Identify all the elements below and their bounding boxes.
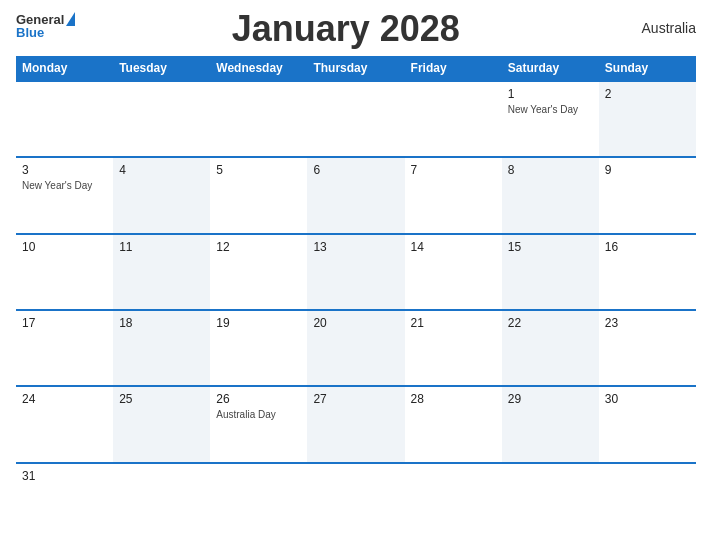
day-number: 15 <box>508 239 593 256</box>
cal-cell-r0-c2 <box>210 82 307 156</box>
day-number: 27 <box>313 391 398 408</box>
calendar-row-2: 10111213141516 <box>16 233 696 309</box>
cal-cell-r0-c3 <box>307 82 404 156</box>
cal-cell-r5-c6 <box>599 464 696 538</box>
day-number: 18 <box>119 315 204 332</box>
cal-cell-r5-c0: 31 <box>16 464 113 538</box>
day-number: 29 <box>508 391 593 408</box>
weekday-header-friday: Friday <box>405 56 502 80</box>
cal-cell-r1-c3: 6 <box>307 158 404 232</box>
country-label: Australia <box>616 20 696 36</box>
day-number: 12 <box>216 239 301 256</box>
weekday-header-thursday: Thursday <box>307 56 404 80</box>
cal-cell-r3-c1: 18 <box>113 311 210 385</box>
logo: General Blue <box>16 12 75 40</box>
cal-cell-r2-c3: 13 <box>307 235 404 309</box>
cal-cell-r1-c1: 4 <box>113 158 210 232</box>
day-number: 8 <box>508 162 593 179</box>
cal-cell-r4-c0: 24 <box>16 387 113 461</box>
day-number: 2 <box>605 86 690 103</box>
cal-cell-r3-c5: 22 <box>502 311 599 385</box>
day-number: 28 <box>411 391 496 408</box>
cal-cell-r3-c0: 17 <box>16 311 113 385</box>
cal-cell-r4-c1: 25 <box>113 387 210 461</box>
weekday-header-sunday: Sunday <box>599 56 696 80</box>
calendar: MondayTuesdayWednesdayThursdayFridaySatu… <box>16 56 696 538</box>
day-number: 6 <box>313 162 398 179</box>
day-number: 19 <box>216 315 301 332</box>
cal-cell-r1-c0: 3New Year's Day <box>16 158 113 232</box>
weekday-header-tuesday: Tuesday <box>113 56 210 80</box>
day-number: 5 <box>216 162 301 179</box>
cal-cell-r3-c2: 19 <box>210 311 307 385</box>
cal-cell-r2-c6: 16 <box>599 235 696 309</box>
logo-blue-text: Blue <box>16 25 44 40</box>
calendar-title: January 2028 <box>75 8 616 50</box>
day-event: New Year's Day <box>508 104 593 115</box>
calendar-row-1: 3New Year's Day456789 <box>16 156 696 232</box>
day-number: 3 <box>22 162 107 179</box>
day-number: 25 <box>119 391 204 408</box>
cal-cell-r4-c4: 28 <box>405 387 502 461</box>
day-number: 10 <box>22 239 107 256</box>
day-number: 31 <box>22 468 107 485</box>
day-number: 9 <box>605 162 690 179</box>
day-event: New Year's Day <box>22 180 107 191</box>
cal-cell-r0-c0 <box>16 82 113 156</box>
cal-cell-r1-c4: 7 <box>405 158 502 232</box>
cal-cell-r2-c2: 12 <box>210 235 307 309</box>
cal-cell-r1-c5: 8 <box>502 158 599 232</box>
cal-cell-r2-c5: 15 <box>502 235 599 309</box>
day-number: 22 <box>508 315 593 332</box>
header: General Blue January 2028 Australia <box>16 12 696 50</box>
cal-cell-r0-c5: 1New Year's Day <box>502 82 599 156</box>
day-event: Australia Day <box>216 409 301 420</box>
weekday-header-saturday: Saturday <box>502 56 599 80</box>
calendar-row-5: 31 <box>16 462 696 538</box>
day-number: 7 <box>411 162 496 179</box>
day-number: 14 <box>411 239 496 256</box>
cal-cell-r3-c3: 20 <box>307 311 404 385</box>
calendar-row-4: 242526Australia Day27282930 <box>16 385 696 461</box>
cal-cell-r4-c3: 27 <box>307 387 404 461</box>
day-number: 24 <box>22 391 107 408</box>
day-number: 26 <box>216 391 301 408</box>
cal-cell-r5-c3 <box>307 464 404 538</box>
cal-cell-r0-c6: 2 <box>599 82 696 156</box>
cal-cell-r3-c6: 23 <box>599 311 696 385</box>
weekday-header-monday: Monday <box>16 56 113 80</box>
logo-triangle-icon <box>66 12 75 26</box>
cal-cell-r2-c4: 14 <box>405 235 502 309</box>
calendar-row-0: 1New Year's Day2 <box>16 80 696 156</box>
day-number: 23 <box>605 315 690 332</box>
day-number: 16 <box>605 239 690 256</box>
day-number: 17 <box>22 315 107 332</box>
cal-cell-r2-c1: 11 <box>113 235 210 309</box>
page: General Blue January 2028 Australia Mond… <box>0 0 712 550</box>
calendar-row-3: 17181920212223 <box>16 309 696 385</box>
cal-cell-r5-c2 <box>210 464 307 538</box>
day-number: 30 <box>605 391 690 408</box>
day-number: 20 <box>313 315 398 332</box>
cal-cell-r5-c5 <box>502 464 599 538</box>
day-number: 13 <box>313 239 398 256</box>
cal-cell-r2-c0: 10 <box>16 235 113 309</box>
day-number: 11 <box>119 239 204 256</box>
cal-cell-r0-c1 <box>113 82 210 156</box>
cal-cell-r4-c2: 26Australia Day <box>210 387 307 461</box>
calendar-body: 1New Year's Day23New Year's Day456789101… <box>16 80 696 538</box>
cal-cell-r4-c6: 30 <box>599 387 696 461</box>
weekday-header-wednesday: Wednesday <box>210 56 307 80</box>
cal-cell-r0-c4 <box>405 82 502 156</box>
day-number: 21 <box>411 315 496 332</box>
cal-cell-r1-c6: 9 <box>599 158 696 232</box>
cal-cell-r5-c4 <box>405 464 502 538</box>
cal-cell-r3-c4: 21 <box>405 311 502 385</box>
cal-cell-r1-c2: 5 <box>210 158 307 232</box>
cal-cell-r4-c5: 29 <box>502 387 599 461</box>
calendar-header: MondayTuesdayWednesdayThursdayFridaySatu… <box>16 56 696 80</box>
cal-cell-r5-c1 <box>113 464 210 538</box>
day-number: 4 <box>119 162 204 179</box>
day-number: 1 <box>508 86 593 103</box>
